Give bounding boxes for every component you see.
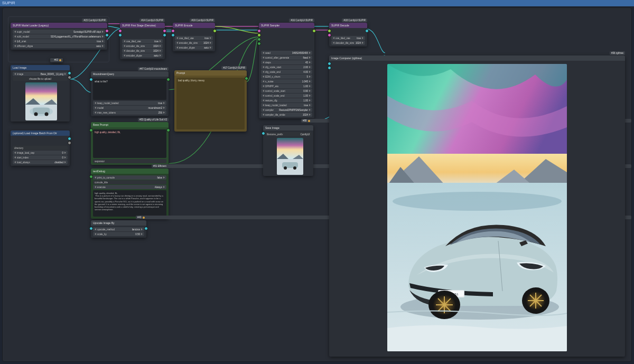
port-out[interactable] bbox=[163, 29, 166, 33]
port-image-a[interactable] bbox=[328, 62, 331, 66]
port-in[interactable] bbox=[171, 29, 175, 33]
widget-max-tokens[interactable]: max_new_tokens256 bbox=[93, 110, 166, 115]
widget-cag[interactable]: control_after_generatefixed bbox=[261, 55, 312, 60]
widget-churn[interactable]: EDM_s_churn5 bbox=[261, 74, 312, 79]
widget-directory[interactable]: directory bbox=[13, 146, 68, 150]
port-in[interactable] bbox=[89, 227, 93, 230]
port-out2[interactable] bbox=[163, 33, 166, 37]
port-in2[interactable] bbox=[257, 33, 261, 37]
node-supir-sampler[interactable]: #16 ComfyUI-SUPIR SUPIR Sampler seed3495… bbox=[259, 23, 314, 118]
port-supir-model-out[interactable] bbox=[105, 29, 109, 33]
widget-console-title[interactable]: console_title bbox=[93, 180, 166, 184]
node-save-image[interactable]: Save Image filename_prefixComfyUI bbox=[263, 125, 313, 176]
port-in[interactable] bbox=[262, 132, 265, 135]
widget-tiled-vae[interactable]: use_tiled_vaetrue bbox=[122, 39, 163, 43]
node-canvas[interactable]: #15 ComfyUI-SUPIR SUPIR Model Loader (Le… bbox=[2, 7, 632, 362]
widget-execute[interactable]: executeAlways bbox=[93, 185, 166, 189]
node-prompt[interactable]: #17 ComfyUI-SUPIR Prompt bad quality, bl… bbox=[174, 70, 247, 132]
port-out2[interactable] bbox=[68, 141, 71, 145]
port-image-b[interactable] bbox=[328, 66, 331, 70]
node-image-comparer[interactable]: #36 rgthree Image Comparer (rgthree) bbox=[329, 55, 625, 357]
widget-dec-tile[interactable]: decoder_tile_size1024 bbox=[122, 49, 163, 53]
widget-keep-loaded[interactable]: keep_model_loadedtrue bbox=[261, 103, 312, 107]
widget-tiled-vae[interactable]: use_tiled_vaetrue bbox=[175, 36, 213, 40]
port-latent-out[interactable] bbox=[213, 29, 217, 33]
widget-enc-dtype[interactable]: encoder_dtypeauto bbox=[175, 45, 213, 50]
widget-tile-stride[interactable]: sampler_tile_stride1024 bbox=[261, 113, 312, 117]
svg-point-14 bbox=[293, 166, 296, 170]
question-textarea[interactable]: what is this? bbox=[93, 79, 166, 100]
widget-separator[interactable]: separator bbox=[93, 159, 166, 163]
svg-point-7 bbox=[45, 113, 49, 116]
node-load-image[interactable]: Load Image imageBase_00045_ (1).png choo… bbox=[11, 65, 70, 122]
node-supir-decode[interactable]: #18 ComfyUI-SUPIR SUPIR Decode use_tiled… bbox=[329, 23, 367, 46]
neg-prompt-textarea[interactable]: bad quality, blurry, messy bbox=[176, 78, 245, 129]
node-load-image-batch[interactable]: (optional) Load Image Batch From Dir dir… bbox=[11, 130, 70, 166]
port-out[interactable] bbox=[245, 77, 248, 80]
port-in3[interactable] bbox=[257, 38, 261, 41]
node-supir-first-stage[interactable]: #14 ComfyUI-SUPIR SUPIR First Stage (Den… bbox=[120, 23, 165, 59]
node-title: Save Image bbox=[265, 125, 279, 130]
port-in[interactable] bbox=[89, 128, 93, 132]
widget-filename-prefix[interactable]: filename_prefixComfyUI bbox=[265, 132, 311, 136]
port-text-out[interactable] bbox=[166, 78, 170, 81]
widget-enc-tile[interactable]: encoder_tile_size1024 bbox=[175, 41, 213, 45]
widget-start-index[interactable]: start_index0 bbox=[13, 155, 68, 160]
node-base-prompt[interactable]: #53 Quality of Life Suit:V2 Base Prompt … bbox=[91, 122, 169, 165]
widget-sampler-name[interactable]: samplerRestoreDPMPP2MSampler bbox=[261, 108, 312, 112]
port-latent-out[interactable] bbox=[312, 29, 316, 33]
comparer-image[interactable]: DU·44551 bbox=[387, 64, 567, 351]
widget-eta[interactable]: DPMPP_eta1.00 bbox=[261, 84, 312, 88]
node-moondream-query[interactable]: #47 ComfyUI-moondream MoondreamQuery wha… bbox=[91, 71, 169, 116]
upload-button[interactable]: choose file to upload bbox=[13, 77, 68, 81]
port-in[interactable] bbox=[118, 29, 122, 33]
port-in2[interactable] bbox=[118, 33, 122, 37]
port-in4[interactable] bbox=[257, 42, 261, 45]
widget-enc-tile[interactable]: encoder_tile_size1024 bbox=[122, 44, 163, 48]
port-out[interactable] bbox=[166, 128, 170, 132]
widget-scale-by[interactable]: scale_by0.50 bbox=[93, 232, 144, 236]
widget-image-combo[interactable]: imageBase_00045_ (1).png bbox=[13, 72, 68, 76]
node-supir-model-loader[interactable]: #15 ComfyUI-SUPIR SUPIR Model Loader (Le… bbox=[11, 23, 107, 50]
port-supir-vae-out[interactable] bbox=[105, 33, 109, 37]
port-in2[interactable] bbox=[328, 33, 331, 37]
widget-dec-tile[interactable]: decoder_tile_size1024 bbox=[331, 41, 365, 45]
widget-ctrl-start[interactable]: control_scale_start0.90 bbox=[261, 89, 312, 93]
prompt-textarea[interactable]: high quality, detailed, 8k, bbox=[93, 129, 166, 158]
port-out[interactable] bbox=[144, 227, 148, 230]
widget-supir-model[interactable]: supir_modelSomakgd:SUPIR-v0F.ckpt bbox=[13, 30, 105, 34]
widget-fp8-unet[interactable]: fp8_unettrue bbox=[13, 39, 105, 43]
port-mask-out[interactable] bbox=[68, 76, 71, 79]
port-image-out[interactable] bbox=[365, 29, 369, 33]
widget-sdxl-model[interactable]: sdxl_modelSDXLjuggernautXL_v7Rundiffusio… bbox=[13, 34, 105, 39]
port-in[interactable] bbox=[89, 175, 93, 179]
node-supir-encode[interactable]: #19 ComfyUI-SUPIR SUPIR Encode use_tiled… bbox=[173, 23, 215, 51]
widget-restore-cfg[interactable]: restore_cfg1.00 bbox=[261, 98, 312, 102]
widget-ctrl-end[interactable]: control_scale_end1.00 bbox=[261, 94, 312, 98]
node-badge: #19 ComfyUI-SUPIR bbox=[190, 18, 215, 22]
port-out[interactable] bbox=[68, 137, 71, 141]
widget-load-always[interactable]: load_alwaysdisabled bbox=[13, 160, 68, 164]
port-image-out[interactable] bbox=[68, 71, 71, 75]
widget-enc-dtype[interactable]: encoder_dtypeauto bbox=[122, 53, 163, 58]
widget-diffusion-dtype[interactable]: diffusion_dtypeauto bbox=[13, 44, 105, 48]
node-text-debug[interactable]: textDebug print_to_consolefalse console_… bbox=[91, 169, 169, 219]
widget-snoise[interactable]: s_noise1.045 bbox=[261, 79, 312, 83]
widget-cfg-start[interactable]: cfg_scale_start2.00 bbox=[261, 65, 312, 69]
widget-steps[interactable]: steps45 bbox=[261, 60, 312, 64]
widget-image-load-cap[interactable]: image_load_cap0 bbox=[13, 151, 68, 155]
port-in2[interactable] bbox=[171, 33, 175, 37]
port-image-in[interactable] bbox=[89, 78, 93, 81]
widget-cfg-end[interactable]: cfg_scale_end4.00 bbox=[261, 70, 312, 74]
window-title: SUPIR bbox=[0, 0, 634, 6]
widget-tiled-vae[interactable]: use_tiled_vaetrue bbox=[331, 36, 365, 40]
widget-seed[interactable]: seed349524583495 bbox=[261, 51, 312, 55]
node-badge: #18 ComfyUI-SUPIR bbox=[342, 18, 367, 22]
widget-model[interactable]: modelmoondream2 bbox=[93, 106, 166, 110]
port-in[interactable] bbox=[257, 29, 261, 33]
widget-print-console[interactable]: print_to_consolefalse bbox=[93, 175, 166, 180]
widget-keep-loaded[interactable]: keep_model_loadedtrue bbox=[93, 101, 166, 105]
port-in[interactable] bbox=[328, 29, 331, 33]
node-upscale-image-by[interactable]: Upscale Image By upscale_methodlanczos s… bbox=[91, 220, 146, 238]
widget-upscale-method[interactable]: upscale_methodlanczos bbox=[93, 227, 144, 231]
